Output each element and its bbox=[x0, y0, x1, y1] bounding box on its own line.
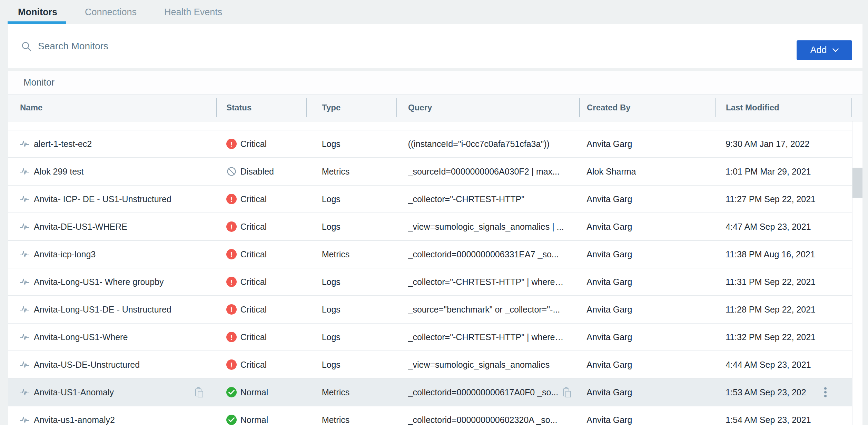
monitor-name: alert-1-test-ec2 bbox=[34, 139, 92, 149]
table-row[interactable]: Anvita-US1-Anomaly ! bbox=[8, 379, 852, 406]
monitors-panel: Add Monitor Name Status Type Query Creat… bbox=[8, 24, 862, 425]
tab-monitors[interactable]: Monitors bbox=[18, 0, 57, 24]
name-cell: Anvita-us1-anomaly2 bbox=[8, 406, 216, 425]
monitor-name: Anvita-us1-anomaly2 bbox=[34, 415, 115, 425]
disabled-status-icon bbox=[226, 166, 237, 177]
created-by-cell: Anvita Garg bbox=[579, 186, 714, 212]
critical-status-icon: ! bbox=[226, 139, 237, 149]
last-modified-cell: 11:27 PM Sep 22, 2021 bbox=[714, 186, 852, 212]
name-cell: Anvita-Long-US1- Where groupby bbox=[8, 268, 216, 295]
query-cell: _collectorid=000000000617A0F0 _so... bbox=[396, 379, 579, 406]
type-cell: Logs bbox=[306, 351, 396, 378]
tab-health-events[interactable]: Health Events bbox=[164, 0, 222, 24]
section-band: Monitor bbox=[8, 71, 862, 94]
column-header-name[interactable]: Name bbox=[8, 103, 216, 112]
column-divider bbox=[216, 98, 217, 117]
query-text: _collector="-CHRTEST-HTTP" | where ... bbox=[408, 332, 564, 342]
last-modified-text: 11:28 PM Sep 22, 2021 bbox=[726, 305, 816, 315]
last-modified-text: 11:27 PM Sep 22, 2021 bbox=[726, 194, 816, 204]
query-cell: _collector="-CHRTEST-HTTP" | where ... bbox=[396, 268, 579, 295]
table-body: alert-1-test-ec2 ! bbox=[8, 121, 852, 425]
table-row[interactable]: Anvita-US-DE-Unstructured ! bbox=[8, 351, 852, 379]
column-header-query[interactable]: Query bbox=[396, 103, 579, 112]
table-row[interactable]: alert-1-test-ec2 ! bbox=[8, 130, 852, 158]
table-row[interactable]: Anvita-DE-US1-WHERE ! bbox=[8, 213, 852, 241]
copy-icon[interactable] bbox=[562, 387, 572, 398]
query-cell: _sourceId=0000000006A030F2 | max... bbox=[396, 158, 579, 185]
name-cell: Anvita-US-DE-Unstructured bbox=[8, 351, 216, 378]
query-text: _view=sumologic_signals_anomalies | ... bbox=[408, 222, 564, 232]
table-row[interactable]: Anvita-Long-US1- Where groupby ! bbox=[8, 268, 852, 296]
status-label: Critical bbox=[240, 305, 267, 315]
status-cell: ! Critical bbox=[216, 296, 306, 323]
name-cell: Anvita- ICP- DE - US1-Unstructured bbox=[8, 186, 216, 212]
status-label: Critical bbox=[240, 249, 267, 259]
type-cell: Metrics bbox=[306, 379, 396, 406]
created-by-cell: Anvita Garg bbox=[579, 268, 714, 295]
add-button[interactable]: Add bbox=[797, 40, 852, 60]
last-modified-cell: 4:44 AM Sep 23, 2021 bbox=[714, 351, 852, 378]
type-cell: Logs bbox=[306, 296, 396, 323]
status-label: Disabled bbox=[240, 167, 274, 177]
table-row[interactable]: Anvita-Long-US1-Where ! bbox=[8, 324, 852, 351]
monitor-pulse-icon bbox=[20, 360, 29, 369]
query-text: _collectorid=0000000006331EA7 _so... bbox=[408, 249, 559, 259]
critical-status-icon: ! bbox=[226, 221, 237, 232]
column-header-created-by[interactable]: Created By bbox=[579, 103, 715, 112]
search-input[interactable] bbox=[38, 36, 348, 57]
column-divider bbox=[306, 98, 307, 117]
kebab-menu-icon[interactable] bbox=[822, 385, 829, 399]
monitor-name: Anvita-US-DE-Unstructured bbox=[34, 360, 140, 370]
critical-status-icon: ! bbox=[226, 277, 237, 287]
monitor-name: Anvita-DE-US1-WHERE bbox=[34, 222, 127, 232]
last-modified-text: 11:32 PM Sep 22, 2021 bbox=[726, 332, 816, 342]
created-by-cell: Anvita Garg bbox=[579, 324, 714, 350]
created-by-cell: Anvita Garg bbox=[579, 351, 714, 378]
table-rows-area: alert-1-test-ec2 ! bbox=[8, 121, 862, 425]
status-cell: ! Critical bbox=[216, 324, 306, 350]
last-modified-text: 11:38 PM Aug 16, 2021 bbox=[726, 249, 815, 259]
copy-icon[interactable] bbox=[195, 387, 204, 398]
vertical-scrollbar-track bbox=[852, 121, 862, 425]
created-by-cell: Anvita Garg bbox=[579, 130, 714, 157]
critical-status-icon: ! bbox=[226, 359, 237, 370]
status-label: Critical bbox=[240, 332, 267, 342]
column-divider bbox=[851, 98, 852, 117]
name-cell: Anvita-DE-US1-WHERE bbox=[8, 213, 216, 240]
last-modified-text: 1:54 AM Sep 23, 2021 bbox=[726, 415, 811, 425]
tab-monitors-label: Monitors bbox=[18, 7, 57, 18]
query-text: _source="benchmark" or _collector="-... bbox=[408, 305, 560, 315]
created-by-cell: Anvita Garg bbox=[579, 241, 714, 268]
chevron-down-icon bbox=[832, 48, 839, 52]
table-row[interactable]: Alok 299 test ! bbox=[8, 158, 852, 186]
vertical-scrollbar-thumb[interactable] bbox=[852, 168, 862, 198]
monitor-pulse-icon bbox=[20, 167, 29, 176]
section-title: Monitor bbox=[23, 77, 55, 88]
table-row[interactable]: Anvita-us1-anomaly2 ! bbox=[8, 406, 852, 425]
table-row[interactable]: Anvita- ICP- DE - US1-Unstructured ! bbox=[8, 186, 852, 213]
status-cell: ! Critical bbox=[216, 130, 306, 157]
tab-connections[interactable]: Connections bbox=[85, 0, 137, 24]
column-header-status[interactable]: Status bbox=[216, 103, 306, 112]
query-text: ((instanceId="i-0cc7c0afa751cfa3a")) bbox=[408, 139, 550, 149]
column-header-type[interactable]: Type bbox=[306, 103, 396, 112]
table-row[interactable]: Anvita-Long-US1-DE - Unstructured ! bbox=[8, 296, 852, 324]
monitor-name: Anvita-Long-US1-DE - Unstructured bbox=[34, 305, 171, 315]
status-label: Critical bbox=[240, 277, 267, 287]
monitor-name: Anvita-Long-US1- Where groupby bbox=[34, 277, 164, 287]
table-row[interactable]: Anvita-icp-long3 ! bbox=[8, 241, 852, 268]
monitor-name: Anvita-Long-US1-Where bbox=[34, 332, 128, 342]
last-modified-cell: 1:01 PM Mar 29, 2021 bbox=[714, 158, 852, 185]
monitor-name: Anvita- ICP- DE - US1-Unstructured bbox=[34, 194, 171, 204]
column-divider bbox=[579, 98, 580, 117]
created-by-cell: Anvita Garg bbox=[579, 296, 714, 323]
type-cell: Metrics bbox=[306, 406, 396, 425]
tab-connections-label: Connections bbox=[85, 7, 137, 18]
name-cell: Anvita-icp-long3 bbox=[8, 241, 216, 268]
monitor-pulse-icon bbox=[20, 195, 29, 203]
monitor-pulse-icon bbox=[20, 388, 29, 396]
name-cell: Anvita-Long-US1-Where bbox=[8, 324, 216, 350]
critical-status-icon: ! bbox=[226, 249, 237, 259]
monitor-pulse-icon bbox=[20, 223, 29, 231]
column-header-last-modified[interactable]: Last Modified bbox=[715, 103, 862, 112]
